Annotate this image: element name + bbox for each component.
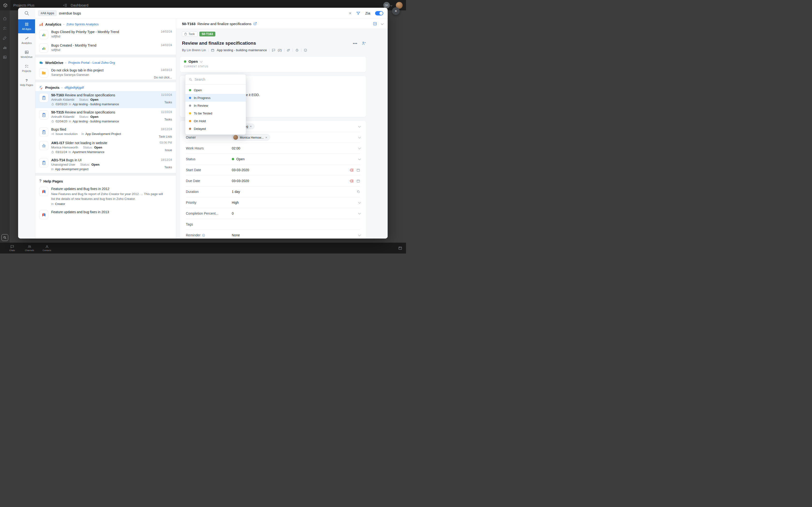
close-search-button[interactable]: × <box>392 7 400 15</box>
remove-chip-icon[interactable]: × <box>250 125 252 128</box>
home-icon[interactable] <box>3 17 7 20</box>
chart-icon <box>24 36 29 40</box>
section-link[interactable]: Zoho Sprints Analytics <box>66 22 99 26</box>
sidebar-item-all-apps[interactable]: All Apps <box>18 19 35 33</box>
bottombar-item-chats[interactable]: Chats <box>3 245 21 251</box>
task-project[interactable]: App testing - building maintenance <box>217 48 267 52</box>
comment-icon[interactable] <box>272 49 275 52</box>
result-item[interactable]: Do not click bugs tab in this project Sa… <box>35 66 176 80</box>
detail-header-id: 50-T163 <box>182 22 196 26</box>
priority-value[interactable]: High <box>232 201 239 205</box>
status-option-delayed[interactable]: Delayed <box>185 125 246 132</box>
chevron-down-icon[interactable] <box>358 125 361 127</box>
external-link-icon[interactable] <box>253 22 257 25</box>
result-item[interactable]: 50-T315 Review and finalize specificatio… <box>35 108 176 125</box>
result-item[interactable]: Feature updates and bug fixes in 2013 <box>35 208 176 221</box>
result-item[interactable]: Feature updates and Bug fixes in 2012 Ne… <box>35 185 176 208</box>
clear-date-icon[interactable] <box>349 168 354 172</box>
result-id: AD1-T14 <box>51 158 65 162</box>
chevron-down-icon[interactable] <box>358 212 361 214</box>
result-status: Open <box>91 163 99 166</box>
copy-icon[interactable] <box>357 190 360 193</box>
result-item[interactable]: AM1-I17 Slider not loading in website Mo… <box>35 139 176 156</box>
apps-tray-icon[interactable] <box>398 246 402 250</box>
start-date-value[interactable]: 03-03-2020 <box>232 168 249 172</box>
status-dot <box>189 120 191 122</box>
status-value[interactable]: Open <box>236 157 245 161</box>
remove-chip-icon[interactable]: × <box>265 136 267 139</box>
book-icon <box>39 187 48 196</box>
info-icon[interactable] <box>202 234 205 237</box>
status-option-in-review[interactable]: In Review <box>185 102 246 109</box>
clear-date-icon[interactable] <box>349 179 354 183</box>
result-subtitle: sdfjfsd <box>51 35 60 38</box>
clock-icon <box>51 151 54 154</box>
due-date-value[interactable]: 03-03-2020 <box>232 179 249 183</box>
tasks-icon[interactable] <box>3 26 7 30</box>
analytics-icon[interactable] <box>3 46 7 50</box>
section-link[interactable]: dfljgbdfgkjgdf <box>64 86 84 89</box>
search-query[interactable]: overdue bugs <box>59 11 81 15</box>
result-item-selected[interactable]: 50-T163 Review and finalize specificatio… <box>35 91 176 108</box>
section-divider <box>35 173 176 175</box>
calendar-icon[interactable] <box>356 168 360 172</box>
status-caption: CURRENT STATUS <box>184 65 362 68</box>
zia-toggle[interactable] <box>375 11 383 15</box>
status-option-on-hold[interactable]: On Hold <box>185 117 246 125</box>
paperclip-icon[interactable] <box>287 49 290 52</box>
search-header: #All Apps overdue bugs × Zia <box>18 8 388 19</box>
status-option-to-be-tested[interactable]: To be Tested <box>185 109 246 117</box>
question-icon: ? <box>26 78 28 82</box>
status-selector[interactable]: Open <box>184 59 362 63</box>
search-launcher-icon[interactable] <box>1 234 8 241</box>
chevron-down-icon[interactable] <box>358 147 361 149</box>
chevron-down-icon[interactable] <box>358 136 361 138</box>
result-item[interactable]: Bugs filed Issue resolution in App Devel… <box>35 125 176 139</box>
calendar-icon[interactable] <box>356 179 360 183</box>
sidebar-item-help-pages[interactable]: ? Help Pages <box>18 75 35 89</box>
bottombar-item-channels[interactable]: Channels <box>21 245 38 251</box>
search-filter-sidebar: All Apps Analytics WorkDrive Projects ? … <box>18 19 35 238</box>
clear-search-icon[interactable]: × <box>349 11 352 15</box>
result-item[interactable]: Bugs Created - Monthly Trend sdfjfsd 14/… <box>35 41 176 55</box>
sidebar-collapse-icon[interactable] <box>63 3 67 7</box>
sidebar-item-label: Help Pages <box>20 83 33 87</box>
chevron-down-icon[interactable] <box>358 233 361 236</box>
folder-icon <box>39 68 48 77</box>
result-title: Bugs in UI <box>66 158 82 162</box>
result-item[interactable]: AD1-T14 Bugs in UI Unassigned UserStatus… <box>35 156 176 173</box>
status-dot <box>189 89 191 91</box>
chevron-down-icon[interactable] <box>358 157 361 160</box>
info-icon[interactable] <box>304 49 307 52</box>
sidebar-item-projects[interactable]: Projects <box>18 61 35 75</box>
work-hours-value[interactable]: 02:00 <box>232 146 240 150</box>
status-option-open[interactable]: Open <box>185 86 246 94</box>
sidebar-item-workdrive[interactable]: WorkDrive <box>18 47 35 61</box>
status-option-in-progress[interactable]: In Progress <box>185 94 246 102</box>
bottombar-item-contacts[interactable]: Contacts <box>38 245 56 251</box>
section-link[interactable]: Projects Portal - Local Zoho Org <box>68 61 115 64</box>
reminder-value[interactable]: None <box>232 233 240 237</box>
comment-count[interactable]: (2) <box>278 48 282 52</box>
app-logo[interactable] <box>0 0 10 10</box>
status-search-input[interactable] <box>195 77 242 81</box>
chevron-down-icon[interactable] <box>381 22 384 24</box>
expand-icon[interactable] <box>373 22 377 26</box>
type-chip[interactable]: Task <box>182 32 197 37</box>
user-menu[interactable]: DF <box>383 2 392 8</box>
chevron-down-icon[interactable] <box>358 201 361 204</box>
owner-chip[interactable]: Monica Hemsw... × <box>232 134 270 141</box>
assign-user-icon[interactable] <box>362 41 366 45</box>
edit-icon[interactable] <box>3 36 7 40</box>
sidebar-item-analytics[interactable]: Analytics <box>18 33 35 47</box>
more-actions-icon[interactable]: ••• <box>353 41 357 45</box>
filter-icon[interactable] <box>356 11 360 15</box>
gallery-icon[interactable] <box>3 55 7 59</box>
result-item[interactable]: Bugs Closed by Priority Type - Monthly T… <box>35 28 176 41</box>
timer-icon[interactable] <box>295 49 299 52</box>
search-scope-chip[interactable]: #All Apps <box>38 10 57 16</box>
result-title: Do not click bugs tab in this project <box>51 68 103 72</box>
divider <box>269 49 269 52</box>
result-date: 18/12/24 <box>161 158 172 162</box>
completion-value[interactable]: 0 <box>232 212 234 215</box>
